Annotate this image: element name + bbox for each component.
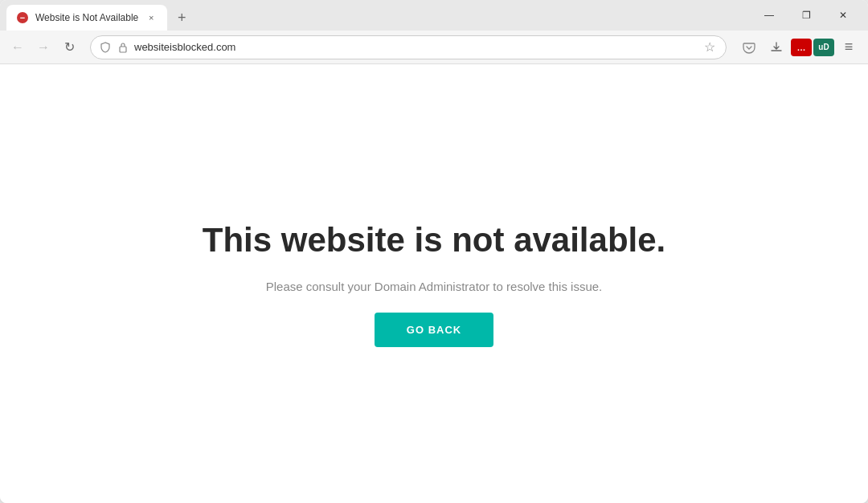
tab-error-icon: [17, 12, 28, 23]
browser-tab[interactable]: Website is Not Available ×: [6, 5, 167, 31]
forward-button[interactable]: →: [32, 36, 55, 59]
maximize-button[interactable]: ❐: [788, 0, 825, 31]
go-back-button[interactable]: GO BACK: [375, 313, 493, 347]
extension-teal-button[interactable]: uD: [813, 39, 834, 56]
lock-icon: [117, 41, 129, 54]
toolbar-right: … uD ≡: [736, 35, 862, 60]
url-text[interactable]: websiteisblocked.com: [134, 41, 697, 53]
tab-title: Website is Not Available: [35, 12, 138, 23]
title-bar: Website is Not Available × + — ❐ ✕: [0, 0, 868, 31]
new-tab-button[interactable]: +: [170, 6, 193, 29]
address-bar[interactable]: websiteisblocked.com ☆: [90, 35, 727, 59]
download-button[interactable]: [764, 35, 789, 60]
back-button[interactable]: ←: [6, 36, 29, 59]
tab-close-button[interactable]: ×: [145, 11, 158, 24]
browser-window: Website is Not Available × + — ❐ ✕ ← → ↻: [0, 0, 868, 503]
tab-favicon: [16, 11, 29, 24]
navigation-bar: ← → ↻ websiteisblocked.com ☆: [0, 31, 868, 64]
main-heading: This website is not available.: [203, 220, 666, 260]
tracking-protection-icon: [99, 41, 112, 54]
refresh-button[interactable]: ↻: [58, 36, 80, 59]
menu-button[interactable]: ≡: [836, 35, 862, 60]
bookmark-button[interactable]: ☆: [702, 39, 718, 55]
window-controls: — ❐ ✕: [751, 0, 862, 31]
page-content: This website is not available. Please co…: [0, 64, 868, 503]
pocket-button[interactable]: [736, 35, 762, 60]
minimize-button[interactable]: —: [751, 0, 788, 31]
sub-text: Please consult your Domain Administrator…: [266, 280, 603, 293]
extension-red-button[interactable]: …: [791, 39, 812, 56]
svg-rect-0: [120, 47, 126, 52]
close-button[interactable]: ✕: [825, 0, 862, 31]
